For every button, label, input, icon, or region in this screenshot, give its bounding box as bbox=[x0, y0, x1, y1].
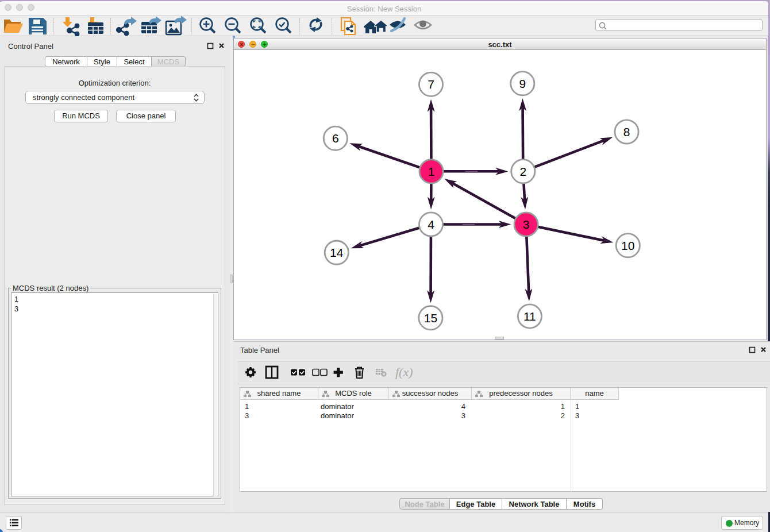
svg-text:7: 7 bbox=[428, 78, 434, 91]
svg-text:9: 9 bbox=[519, 77, 526, 90]
svg-text:4: 4 bbox=[428, 218, 434, 231]
svg-text:11: 11 bbox=[523, 310, 536, 323]
svg-text:f(x): f(x) bbox=[395, 365, 413, 379]
svg-text:1: 1 bbox=[428, 165, 435, 178]
svg-text:2: 2 bbox=[519, 165, 526, 178]
svg-text:10: 10 bbox=[621, 239, 634, 252]
svg-text:6: 6 bbox=[332, 132, 339, 145]
svg-text:8: 8 bbox=[623, 125, 630, 138]
svg-text:14: 14 bbox=[330, 246, 344, 259]
svg-text:3: 3 bbox=[523, 218, 530, 231]
svg-text:15: 15 bbox=[424, 311, 437, 325]
